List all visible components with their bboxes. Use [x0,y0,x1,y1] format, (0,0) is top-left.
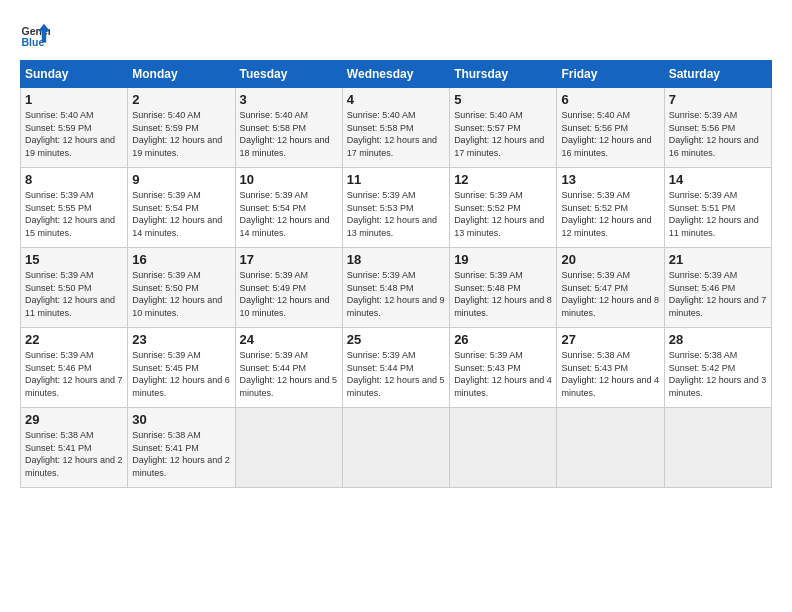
day-info: Sunrise: 5:40 AMSunset: 5:59 PMDaylight:… [132,109,230,159]
calendar-cell: 5Sunrise: 5:40 AMSunset: 5:57 PMDaylight… [450,88,557,168]
calendar-table: SundayMondayTuesdayWednesdayThursdayFrid… [20,60,772,488]
calendar-week-row: 22Sunrise: 5:39 AMSunset: 5:46 PMDayligh… [21,328,772,408]
calendar-cell: 1Sunrise: 5:40 AMSunset: 5:59 PMDaylight… [21,88,128,168]
calendar-cell-empty [342,408,449,488]
day-number: 8 [25,172,123,187]
day-info: Sunrise: 5:39 AMSunset: 5:46 PMDaylight:… [25,349,123,399]
day-number: 12 [454,172,552,187]
day-info: Sunrise: 5:39 AMSunset: 5:52 PMDaylight:… [561,189,659,239]
day-number: 22 [25,332,123,347]
calendar-cell: 29Sunrise: 5:38 AMSunset: 5:41 PMDayligh… [21,408,128,488]
calendar-cell: 23Sunrise: 5:39 AMSunset: 5:45 PMDayligh… [128,328,235,408]
page-header: General Blue [20,20,772,50]
day-number: 15 [25,252,123,267]
day-number: 3 [240,92,338,107]
calendar-cell: 8Sunrise: 5:39 AMSunset: 5:55 PMDaylight… [21,168,128,248]
calendar-cell: 21Sunrise: 5:39 AMSunset: 5:46 PMDayligh… [664,248,771,328]
calendar-cell: 24Sunrise: 5:39 AMSunset: 5:44 PMDayligh… [235,328,342,408]
day-info: Sunrise: 5:38 AMSunset: 5:42 PMDaylight:… [669,349,767,399]
day-number: 21 [669,252,767,267]
day-number: 13 [561,172,659,187]
calendar-cell: 26Sunrise: 5:39 AMSunset: 5:43 PMDayligh… [450,328,557,408]
day-number: 27 [561,332,659,347]
day-info: Sunrise: 5:39 AMSunset: 5:51 PMDaylight:… [669,189,767,239]
calendar-day-header: Sunday [21,61,128,88]
day-info: Sunrise: 5:39 AMSunset: 5:46 PMDaylight:… [669,269,767,319]
day-info: Sunrise: 5:39 AMSunset: 5:48 PMDaylight:… [454,269,552,319]
day-info: Sunrise: 5:38 AMSunset: 5:43 PMDaylight:… [561,349,659,399]
day-info: Sunrise: 5:39 AMSunset: 5:48 PMDaylight:… [347,269,445,319]
calendar-week-row: 29Sunrise: 5:38 AMSunset: 5:41 PMDayligh… [21,408,772,488]
calendar-day-header: Saturday [664,61,771,88]
day-info: Sunrise: 5:39 AMSunset: 5:44 PMDaylight:… [240,349,338,399]
day-number: 30 [132,412,230,427]
day-number: 24 [240,332,338,347]
calendar-cell: 15Sunrise: 5:39 AMSunset: 5:50 PMDayligh… [21,248,128,328]
day-number: 18 [347,252,445,267]
day-info: Sunrise: 5:39 AMSunset: 5:50 PMDaylight:… [25,269,123,319]
day-info: Sunrise: 5:38 AMSunset: 5:41 PMDaylight:… [25,429,123,479]
day-info: Sunrise: 5:40 AMSunset: 5:58 PMDaylight:… [240,109,338,159]
day-info: Sunrise: 5:38 AMSunset: 5:41 PMDaylight:… [132,429,230,479]
day-number: 17 [240,252,338,267]
day-number: 23 [132,332,230,347]
day-number: 11 [347,172,445,187]
calendar-day-header: Thursday [450,61,557,88]
day-number: 9 [132,172,230,187]
day-info: Sunrise: 5:39 AMSunset: 5:45 PMDaylight:… [132,349,230,399]
day-number: 28 [669,332,767,347]
day-number: 16 [132,252,230,267]
day-info: Sunrise: 5:39 AMSunset: 5:54 PMDaylight:… [240,189,338,239]
day-number: 4 [347,92,445,107]
calendar-cell: 10Sunrise: 5:39 AMSunset: 5:54 PMDayligh… [235,168,342,248]
calendar-cell: 17Sunrise: 5:39 AMSunset: 5:49 PMDayligh… [235,248,342,328]
day-number: 25 [347,332,445,347]
calendar-cell: 7Sunrise: 5:39 AMSunset: 5:56 PMDaylight… [664,88,771,168]
calendar-cell: 2Sunrise: 5:40 AMSunset: 5:59 PMDaylight… [128,88,235,168]
calendar-day-header: Tuesday [235,61,342,88]
day-info: Sunrise: 5:39 AMSunset: 5:47 PMDaylight:… [561,269,659,319]
day-info: Sunrise: 5:40 AMSunset: 5:56 PMDaylight:… [561,109,659,159]
day-info: Sunrise: 5:39 AMSunset: 5:55 PMDaylight:… [25,189,123,239]
day-number: 5 [454,92,552,107]
calendar-cell: 16Sunrise: 5:39 AMSunset: 5:50 PMDayligh… [128,248,235,328]
calendar-cell: 11Sunrise: 5:39 AMSunset: 5:53 PMDayligh… [342,168,449,248]
day-info: Sunrise: 5:39 AMSunset: 5:43 PMDaylight:… [454,349,552,399]
calendar-cell: 22Sunrise: 5:39 AMSunset: 5:46 PMDayligh… [21,328,128,408]
day-info: Sunrise: 5:39 AMSunset: 5:52 PMDaylight:… [454,189,552,239]
day-info: Sunrise: 5:40 AMSunset: 5:57 PMDaylight:… [454,109,552,159]
calendar-week-row: 8Sunrise: 5:39 AMSunset: 5:55 PMDaylight… [21,168,772,248]
calendar-cell: 20Sunrise: 5:39 AMSunset: 5:47 PMDayligh… [557,248,664,328]
day-number: 7 [669,92,767,107]
day-info: Sunrise: 5:39 AMSunset: 5:56 PMDaylight:… [669,109,767,159]
day-number: 29 [25,412,123,427]
day-number: 19 [454,252,552,267]
day-number: 14 [669,172,767,187]
day-info: Sunrise: 5:40 AMSunset: 5:59 PMDaylight:… [25,109,123,159]
calendar-cell-empty [235,408,342,488]
day-info: Sunrise: 5:40 AMSunset: 5:58 PMDaylight:… [347,109,445,159]
day-info: Sunrise: 5:39 AMSunset: 5:49 PMDaylight:… [240,269,338,319]
logo: General Blue [20,20,54,50]
calendar-cell-empty [450,408,557,488]
calendar-cell: 19Sunrise: 5:39 AMSunset: 5:48 PMDayligh… [450,248,557,328]
calendar-week-row: 15Sunrise: 5:39 AMSunset: 5:50 PMDayligh… [21,248,772,328]
day-info: Sunrise: 5:39 AMSunset: 5:50 PMDaylight:… [132,269,230,319]
day-number: 2 [132,92,230,107]
calendar-cell: 14Sunrise: 5:39 AMSunset: 5:51 PMDayligh… [664,168,771,248]
calendar-cell: 30Sunrise: 5:38 AMSunset: 5:41 PMDayligh… [128,408,235,488]
calendar-cell: 25Sunrise: 5:39 AMSunset: 5:44 PMDayligh… [342,328,449,408]
calendar-day-header: Wednesday [342,61,449,88]
day-number: 6 [561,92,659,107]
calendar-day-header: Monday [128,61,235,88]
calendar-cell: 12Sunrise: 5:39 AMSunset: 5:52 PMDayligh… [450,168,557,248]
calendar-cell-empty [664,408,771,488]
calendar-cell: 9Sunrise: 5:39 AMSunset: 5:54 PMDaylight… [128,168,235,248]
calendar-cell: 27Sunrise: 5:38 AMSunset: 5:43 PMDayligh… [557,328,664,408]
calendar-cell: 13Sunrise: 5:39 AMSunset: 5:52 PMDayligh… [557,168,664,248]
calendar-cell-empty [557,408,664,488]
calendar-header-row: SundayMondayTuesdayWednesdayThursdayFrid… [21,61,772,88]
calendar-cell: 18Sunrise: 5:39 AMSunset: 5:48 PMDayligh… [342,248,449,328]
calendar-cell: 4Sunrise: 5:40 AMSunset: 5:58 PMDaylight… [342,88,449,168]
calendar-week-row: 1Sunrise: 5:40 AMSunset: 5:59 PMDaylight… [21,88,772,168]
